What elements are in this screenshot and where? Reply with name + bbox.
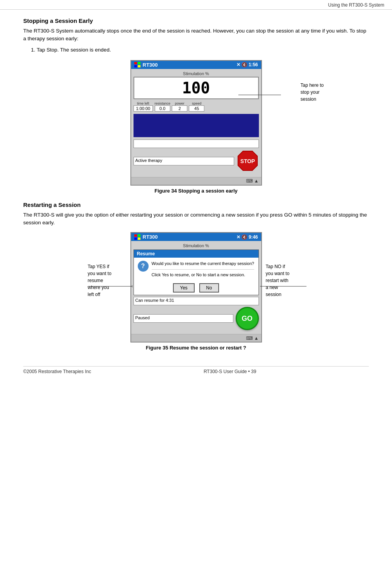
device1-bottom-bar: ⌨ ▲ bbox=[131, 177, 261, 185]
callout-stop: Tap here tostop yoursession bbox=[281, 76, 324, 103]
section2-para1: The RT300-S will give you the option of … bbox=[23, 211, 369, 227]
device2-status-area: Can resume for 4:31 Paused GO bbox=[134, 297, 259, 330]
svg-rect-3 bbox=[138, 65, 140, 67]
callout-yes-text: Tap YES ifyou want toresumewhere youleft… bbox=[88, 263, 123, 298]
page-header: Using the RT300-S System bbox=[0, 0, 392, 10]
svg-rect-8 bbox=[134, 234, 137, 237]
metric-power: power 2 bbox=[172, 102, 187, 112]
stop-button[interactable]: STOP bbox=[236, 150, 259, 173]
metric-speed: speed 45 bbox=[189, 102, 204, 112]
section1-para1: The RT300-S System automatically stops o… bbox=[23, 27, 369, 43]
device2-bottom-bar: ⌨ ▲ bbox=[131, 334, 261, 342]
device2-paused-status: Paused bbox=[134, 314, 233, 323]
section1-title: Stopping a Session Early bbox=[23, 17, 369, 24]
go-button[interactable]: GO bbox=[236, 307, 259, 330]
dialog-buttons: Yes No bbox=[134, 281, 258, 295]
dialog-question: Would you like to resume the current the… bbox=[152, 261, 254, 267]
yes-button[interactable]: Yes bbox=[173, 283, 195, 293]
device2-stim-label: Stimulation % bbox=[134, 243, 259, 248]
device1-graph bbox=[134, 114, 259, 137]
device2-appname: RT300 bbox=[143, 234, 158, 240]
section1-step1: 1. Tap Stop. The session is ended. bbox=[31, 46, 369, 54]
device2-titlebar: RT300 ✕ 🔇 9:46 bbox=[131, 233, 261, 241]
stop-icon[interactable]: STOP bbox=[236, 150, 259, 172]
device1-status-empty bbox=[134, 139, 259, 148]
device-screen-2: RT300 ✕ 🔇 9:46 Stimulation % Resume bbox=[130, 232, 262, 342]
footer-center: RT300-S User Guide • 39 bbox=[204, 369, 256, 374]
device1-time: 1:56 bbox=[248, 62, 258, 67]
device1-status-row: Active therapy STOP bbox=[134, 150, 259, 173]
section2-title: Restarting a Session bbox=[23, 201, 369, 208]
device1-active-therapy: Active therapy bbox=[134, 157, 234, 165]
dialog-content: Would you like to resume the current the… bbox=[152, 261, 254, 278]
keyboard-icon: ⌨ ▲ bbox=[246, 178, 258, 184]
device1-appname: RT300 bbox=[143, 62, 158, 68]
device1-stim-label: Stimulation % bbox=[134, 71, 259, 76]
device2-wrapper: RT300 ✕ 🔇 9:46 Stimulation % Resume bbox=[130, 232, 262, 342]
svg-rect-0 bbox=[134, 62, 137, 64]
figure35-wrap: Tap YES ifyou want toresumewhere youleft… bbox=[88, 232, 305, 342]
dialog-subtext: Click Yes to resume, or No to start a ne… bbox=[152, 269, 254, 278]
windows-flag-icon bbox=[134, 62, 140, 67]
device1-titlebar: RT300 ✕ 🔇 1:56 bbox=[131, 61, 261, 69]
device2-body: Stimulation % Resume ? Would you like to… bbox=[131, 241, 261, 334]
svg-text:STOP: STOP bbox=[240, 158, 255, 164]
figure35-container: Tap YES ifyou want toresumewhere youleft… bbox=[23, 232, 369, 342]
footer-left: ©2005 Restorative Therapies Inc bbox=[23, 369, 91, 374]
svg-rect-10 bbox=[134, 238, 137, 240]
device1-time-area: ✕ 🔇 1:56 bbox=[236, 62, 258, 67]
question-icon: ? bbox=[138, 261, 149, 272]
callout-stop-line bbox=[238, 79, 300, 110]
page-footer: ©2005 Restorative Therapies Inc RT300-S … bbox=[23, 366, 369, 374]
header-title: Using the RT300-S System bbox=[328, 2, 384, 8]
device-screen-1: RT300 ✕ 🔇 1:56 Stimulation % 100 time le… bbox=[130, 60, 262, 186]
dialog-body: ? Would you like to resume the current t… bbox=[134, 258, 258, 281]
figure35-caption: Figure 35 Resume the session or restart … bbox=[23, 345, 369, 351]
callout-yes-area: Tap YES ifyou want toresumewhere youleft… bbox=[88, 232, 130, 298]
callout-no-text: Tap NO ifyou want torestart witha newses… bbox=[266, 263, 305, 298]
svg-rect-9 bbox=[138, 234, 140, 237]
svg-rect-1 bbox=[138, 62, 140, 64]
no-button[interactable]: No bbox=[199, 283, 219, 293]
device2-paused-row: Paused GO bbox=[134, 307, 259, 330]
callout-stop-text: Tap here tostop yoursession bbox=[300, 82, 324, 103]
device2-keyboard-icon: ⌨ ▲ bbox=[246, 336, 258, 341]
svg-rect-11 bbox=[138, 238, 140, 240]
device2-time: 9:46 bbox=[248, 234, 258, 240]
metric-resistance: resistance 0.0 bbox=[154, 102, 170, 112]
device2-resume-status: Can resume for 4:31 bbox=[134, 297, 259, 305]
callout-no-area: Tap NO ifyou want torestart witha newses… bbox=[262, 232, 305, 298]
figure34-caption: Figure 34 Stopping a session early bbox=[23, 188, 369, 194]
device2-windows-icon bbox=[134, 234, 140, 240]
svg-rect-2 bbox=[134, 65, 137, 67]
metric-time-left: time left 1:00:00 bbox=[134, 102, 153, 112]
dialog-title: Resume bbox=[134, 250, 258, 258]
figure34-container: RT300 ✕ 🔇 1:56 Stimulation % 100 time le… bbox=[23, 60, 369, 186]
resume-dialog: Resume ? Would you like to resume the cu… bbox=[134, 250, 259, 295]
